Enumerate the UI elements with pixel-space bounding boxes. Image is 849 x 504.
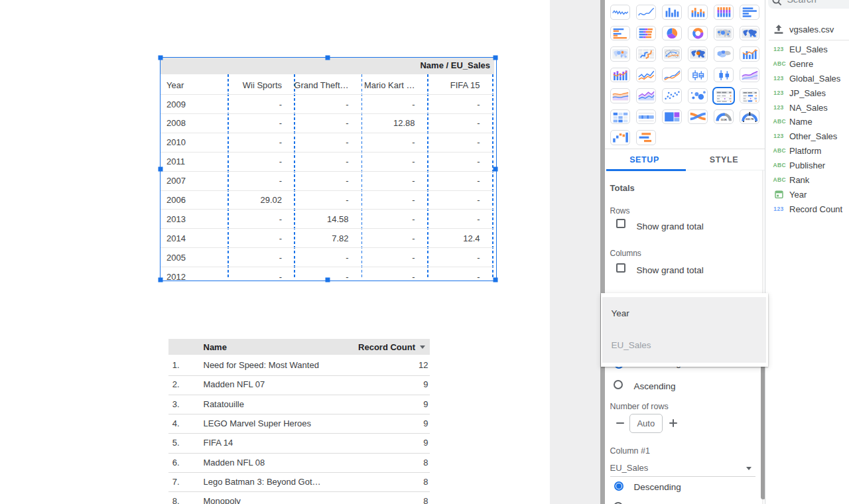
selection-handle[interactable]	[493, 278, 497, 283]
selection-handle[interactable]	[493, 166, 497, 171]
selection-handle[interactable]	[326, 278, 330, 283]
tab-style[interactable]: STYLE	[685, 149, 764, 170]
bubble-map-icon[interactable]	[714, 26, 734, 41]
scatter-chart-icon[interactable]	[662, 88, 683, 103]
gauge-needle-chart-icon[interactable]: 222.7K	[740, 109, 760, 125]
field-name: NA_Sales	[789, 102, 828, 112]
canvas-gutter	[550, 0, 600, 504]
heat-map-icon[interactable]	[610, 46, 631, 62]
bar-chart-icon[interactable]	[740, 5, 760, 20]
numeric-field-icon: 123	[773, 133, 785, 139]
selection-handle[interactable]	[493, 56, 497, 60]
table-chart[interactable]: Name Record Count 1.Need for Speed: Most…	[168, 339, 430, 504]
box-plot-icon[interactable]	[688, 68, 708, 83]
pivot-table-icon[interactable]	[712, 87, 736, 105]
field-item[interactable]: 123 Other_Sales	[765, 129, 849, 143]
column1-field-select[interactable]: EU_Sales	[610, 463, 649, 473]
field-name: Platform	[789, 146, 821, 156]
geo-chart-icon[interactable]	[688, 46, 708, 62]
stacked-bar-chart-icon[interactable]	[636, 26, 657, 41]
number-of-rows-value[interactable]: Auto	[629, 414, 663, 433]
columns-grand-total-checkbox[interactable]	[616, 263, 625, 273]
columns-label: Columns	[610, 249, 641, 258]
table-header-name[interactable]: Name	[204, 342, 227, 352]
bubble-chart-icon[interactable]	[688, 88, 708, 103]
pivot-column-divider[interactable]	[492, 74, 493, 281]
sort-descending-icon[interactable]	[420, 346, 425, 349]
field-item[interactable]: Year	[765, 187, 849, 202]
selection-handle[interactable]	[159, 278, 163, 283]
stacked-area-chart-icon[interactable]	[610, 88, 631, 103]
field-item[interactable]: 123 EU_Sales	[765, 42, 849, 56]
table-row-count: 8	[168, 496, 428, 504]
choropleth-map-icon[interactable]	[714, 46, 734, 62]
field-dropdown-menu: Year EU_Sales	[601, 293, 768, 367]
selection-handle[interactable]	[159, 166, 163, 171]
line-chart-icon[interactable]	[636, 68, 657, 83]
field-item[interactable]: ABC Platform	[765, 143, 849, 158]
selection-handle[interactable]	[326, 56, 330, 60]
field-item[interactable]: 123 Global_Sales	[765, 71, 849, 86]
data-source-row[interactable]: vgsales.csv	[765, 20, 849, 37]
data-source-name: vgsales.csv	[789, 25, 834, 34]
timeline-chart-icon[interactable]	[636, 109, 657, 125]
pivot-row-separator	[161, 171, 494, 172]
treemap-chart-icon[interactable]	[662, 109, 683, 125]
100-stacked-area-chart-icon[interactable]	[636, 88, 657, 103]
combo-chart-icon[interactable]	[740, 46, 760, 62]
field-item[interactable]: 123 Record Count	[765, 202, 849, 216]
smoothed-line-chart-icon[interactable]	[636, 5, 657, 20]
rows-decrement-button[interactable]	[616, 422, 624, 424]
field-name: Other_Sales	[789, 131, 837, 141]
selection-handle[interactable]	[159, 56, 163, 60]
pie-chart-icon[interactable]	[662, 26, 683, 41]
columns-grand-total-label[interactable]: Show grand total	[637, 265, 704, 275]
tab-setup[interactable]: SETUP	[605, 149, 685, 170]
smoothed-multiline-chart-icon[interactable]	[662, 68, 683, 83]
sankey-chart-icon[interactable]	[688, 109, 708, 125]
waterfall-chart-icon[interactable]	[610, 130, 631, 145]
pivot-column-header[interactable]: FIFA 15	[161, 80, 480, 90]
grouped-bar-chart-icon[interactable]	[610, 26, 631, 41]
flight-map-icon[interactable]	[662, 46, 683, 62]
pivot-row-separator	[161, 133, 494, 133]
table-row-separator	[168, 491, 430, 492]
sort-ascending-label[interactable]: Ascending	[634, 381, 676, 391]
chevron-down-icon[interactable]	[746, 467, 751, 470]
column1-descending-label[interactable]: Descending	[634, 482, 681, 492]
table-header-metric[interactable]: Record Count	[358, 342, 415, 352]
rows-label: Rows	[610, 206, 630, 216]
gauge-chart-icon[interactable]: 111K	[714, 109, 734, 125]
menu-option-eu-sales[interactable]: EU_Sales	[602, 330, 766, 361]
column1-descending-radio[interactable]	[614, 481, 623, 491]
menu-option-year[interactable]: Year	[602, 298, 766, 330]
pivot-table-heatmap-icon[interactable]	[610, 109, 631, 125]
area-chart-icon[interactable]	[740, 68, 760, 83]
field-item[interactable]: 123 JP_Sales	[765, 86, 849, 100]
field-item[interactable]: ABC Genre	[765, 56, 849, 71]
pivot-table-chart[interactable]: Name / EU_Sales YearWii SportsGrand Thef…	[160, 57, 497, 281]
table-row-separator	[168, 453, 430, 454]
route-map-icon[interactable]	[636, 46, 657, 62]
sort-ascending-radio[interactable]	[614, 380, 623, 389]
column-chart-icon[interactable]	[662, 5, 683, 20]
pivot-table-bars-icon[interactable]	[740, 88, 760, 103]
stacked-combo-chart-icon[interactable]	[610, 68, 631, 83]
candlestick-chart-icon[interactable]	[714, 68, 734, 83]
field-item[interactable]: ABC Name	[765, 115, 849, 129]
donut-chart-icon[interactable]	[688, 26, 708, 41]
bullet-chart-icon[interactable]	[636, 130, 657, 145]
pivot-value-cell: -	[161, 214, 480, 224]
100-stacked-column-chart-icon[interactable]	[714, 5, 734, 20]
field-item[interactable]: ABC Publisher	[765, 158, 849, 172]
stacked-column-chart-icon[interactable]	[688, 5, 708, 20]
field-item[interactable]: ABC Rank	[765, 172, 849, 187]
rows-grand-total-label[interactable]: Show grand total	[637, 221, 704, 231]
canvas-scrollbar[interactable]	[600, 0, 605, 504]
filled-map-icon[interactable]	[740, 26, 760, 41]
field-item[interactable]: 123 NA_Sales	[765, 100, 849, 115]
column1-ascending-radio[interactable]	[614, 502, 623, 504]
table-row-separator	[168, 414, 430, 414]
rows-grand-total-checkbox[interactable]	[616, 219, 625, 228]
sparkline-chart-icon[interactable]	[610, 5, 631, 20]
